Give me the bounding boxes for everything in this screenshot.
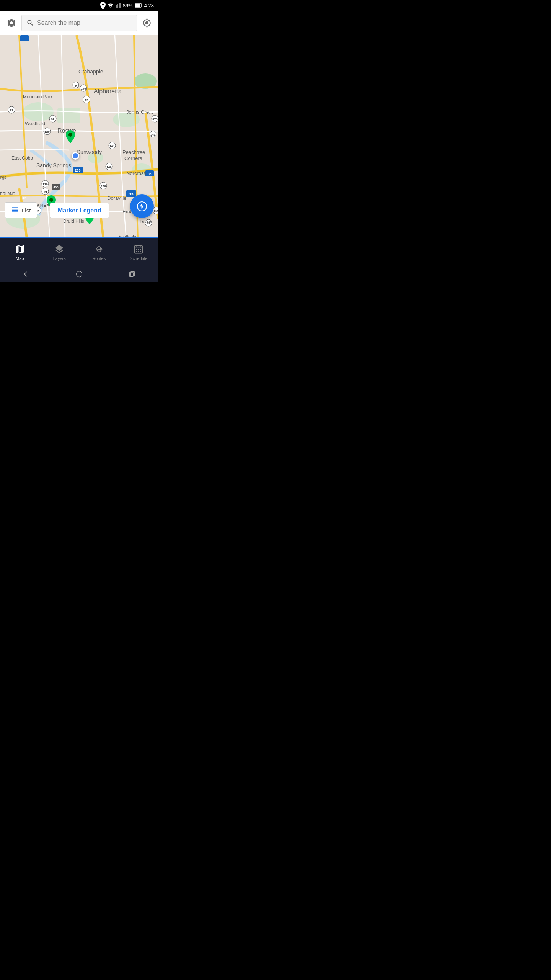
layers-nav-icon	[54, 244, 65, 255]
svg-text:285: 285	[75, 168, 80, 172]
svg-text:236: 236	[154, 210, 158, 212]
map-nav-icon	[15, 244, 25, 255]
svg-rect-93	[13, 207, 18, 208]
android-home-button[interactable]	[68, 267, 91, 281]
svg-rect-104	[136, 249, 137, 250]
svg-rect-106	[140, 249, 142, 250]
nav-item-layers[interactable]: Layers	[40, 238, 80, 266]
svg-rect-108	[138, 251, 140, 252]
svg-rect-13	[57, 108, 80, 123]
location-button[interactable]	[140, 16, 154, 30]
settings-icon	[7, 18, 16, 28]
svg-rect-1	[117, 4, 118, 8]
svg-text:92: 92	[51, 118, 55, 121]
svg-text:ERLAND: ERLAND	[0, 192, 16, 196]
svg-text:75: 75	[23, 196, 26, 200]
gps-icon	[142, 18, 152, 28]
svg-text:400: 400	[53, 186, 59, 189]
bottom-nav: Map Layers Routes Schedule	[0, 238, 158, 266]
svg-text:Druid Hills: Druid Hills	[63, 219, 84, 224]
marker-legend-label: Marker Legend	[58, 207, 101, 214]
svg-text:Mountain Park: Mountain Park	[23, 94, 53, 100]
svg-text:141: 141	[151, 133, 155, 136]
svg-rect-97	[13, 210, 18, 211]
svg-rect-92	[12, 207, 13, 208]
svg-text:19: 19	[44, 190, 47, 194]
list-icon	[11, 206, 19, 214]
svg-point-89	[68, 133, 72, 137]
svg-text:ngs: ngs	[0, 175, 6, 180]
battery-text: 89%	[123, 3, 133, 8]
location-status-icon	[100, 2, 106, 9]
svg-rect-2	[119, 3, 120, 8]
current-location-dot	[72, 152, 79, 160]
nav-item-map[interactable]: Map	[0, 238, 40, 266]
marker-legend-button[interactable]: Marker Legend	[50, 203, 109, 218]
svg-rect-60	[20, 35, 29, 41]
svg-text:Corners: Corners	[124, 155, 142, 161]
svg-rect-3	[120, 3, 121, 8]
list-button[interactable]: List	[5, 202, 37, 218]
fab-location-button[interactable]	[130, 194, 154, 218]
svg-text:141: 141	[109, 144, 115, 148]
search-icon	[26, 19, 34, 27]
svg-text:East Cobb: East Cobb	[11, 155, 33, 161]
svg-rect-99	[13, 211, 18, 212]
map-blue-line	[0, 237, 158, 238]
svg-text:Doraville: Doraville	[107, 195, 127, 201]
svg-rect-107	[136, 251, 137, 252]
svg-rect-96	[12, 210, 13, 211]
schedule-nav-icon	[133, 244, 144, 255]
svg-point-101	[140, 205, 143, 208]
svg-text:285: 285	[128, 192, 134, 196]
svg-text:Johns Cre...: Johns Cre...	[126, 109, 153, 115]
svg-rect-6	[135, 4, 140, 7]
svg-text:Norcross: Norcross	[126, 170, 147, 176]
android-nav	[0, 266, 158, 282]
svg-text:120: 120	[44, 130, 50, 134]
svg-text:120: 120	[42, 183, 48, 186]
svg-rect-95	[13, 209, 18, 210]
svg-rect-109	[140, 251, 142, 252]
svg-text:236: 236	[101, 185, 106, 188]
nav-label-routes: Routes	[92, 256, 106, 261]
search-input-container[interactable]	[21, 15, 137, 31]
svg-point-12	[23, 102, 54, 121]
svg-text:378: 378	[152, 118, 158, 121]
svg-text:140: 140	[81, 87, 86, 90]
svg-text:140: 140	[106, 165, 112, 169]
svg-rect-5	[142, 5, 142, 6]
svg-text:Tucker: Tucker	[140, 219, 153, 224]
svg-text:Crabapple: Crabapple	[78, 69, 103, 75]
search-bar	[0, 11, 158, 35]
svg-rect-98	[12, 211, 13, 212]
svg-rect-105	[138, 249, 140, 250]
svg-text:85: 85	[148, 172, 152, 176]
list-label: List	[22, 207, 31, 214]
map-area[interactable]: 285 85 85 400 92 120 140 140 141	[0, 35, 158, 238]
nav-label-layers: Layers	[53, 256, 66, 261]
time-text: 4:28	[144, 3, 154, 8]
routes-nav-icon	[94, 244, 104, 255]
svg-rect-0	[116, 5, 117, 8]
map-pin-1[interactable]	[66, 130, 75, 143]
svg-rect-94	[12, 209, 13, 210]
svg-text:Sandy Springs: Sandy Springs	[36, 162, 71, 168]
signal-icon	[116, 3, 121, 8]
settings-button[interactable]	[5, 16, 18, 30]
nav-item-routes[interactable]: Routes	[79, 238, 119, 266]
svg-text:Westfield: Westfield	[25, 121, 45, 126]
svg-point-90	[49, 198, 53, 202]
nav-item-schedule[interactable]: Schedule	[119, 238, 159, 266]
battery-icon	[135, 3, 142, 8]
fab-location-icon	[136, 200, 148, 212]
svg-text:Peachtree: Peachtree	[122, 149, 145, 155]
nav-label-map: Map	[16, 256, 24, 261]
svg-text:92: 92	[10, 109, 13, 112]
android-back-button[interactable]	[15, 267, 38, 281]
nav-label-schedule: Schedule	[130, 256, 147, 261]
search-input[interactable]	[37, 20, 132, 26]
android-recents-button[interactable]	[121, 267, 143, 281]
status-icons: 89% 4:28	[100, 2, 154, 9]
wifi-icon	[108, 3, 114, 8]
